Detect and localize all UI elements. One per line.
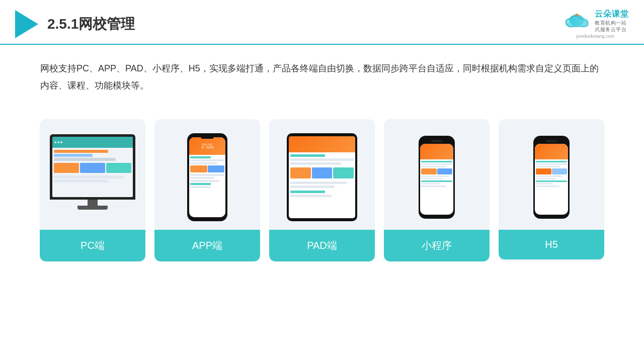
- card-pc: PC端: [40, 119, 145, 261]
- card-pc-image: [40, 119, 145, 230]
- card-pad-image: [269, 119, 375, 230]
- cloud-icon: [561, 13, 592, 29]
- card-miniapp: 小程序: [384, 119, 490, 261]
- card-miniapp-image: [384, 119, 490, 230]
- brand-url: yunduoketang.com: [576, 34, 614, 39]
- card-pad: PAD端: [269, 119, 375, 261]
- card-app-image: 职达人的第一堂网课: [154, 119, 260, 230]
- card-h5-label: H5: [499, 230, 604, 259]
- tablet-pad-icon: [287, 133, 357, 221]
- card-app: 职达人的第一堂网课: [154, 119, 260, 261]
- phone-app-icon: 职达人的第一堂网课: [187, 133, 227, 221]
- cards-section: PC端 职达人的第一堂网课: [0, 104, 644, 272]
- card-h5: H5: [499, 119, 604, 261]
- brand-text: 云朵课堂 教育机构一站 式服务云平台: [595, 9, 629, 33]
- brand-logo: 云朵课堂 教育机构一站 式服务云平台 yunduoketang.com: [561, 9, 629, 39]
- header-left: 2.5.1网校管理: [15, 10, 135, 38]
- card-h5-image: [499, 119, 604, 230]
- phone-h5-icon: [533, 136, 570, 219]
- phone-miniapp-icon: [419, 136, 455, 219]
- brand-icon: 云朵课堂 教育机构一站 式服务云平台: [561, 9, 629, 33]
- svg-rect-7: [566, 22, 588, 26]
- header: 2.5.1网校管理 云朵课堂 教育机构一站 式服务云平台: [0, 0, 644, 45]
- card-app-label: APP端: [154, 230, 260, 261]
- pc-monitor-icon: [49, 134, 137, 220]
- card-miniapp-label: 小程序: [384, 230, 490, 261]
- page-title: 2.5.1网校管理: [47, 15, 135, 34]
- logo-triangle-icon: [15, 10, 38, 38]
- card-pc-label: PC端: [40, 230, 145, 261]
- description-text: 网校支持PC、APP、PAD、小程序、H5，实现多端打通，产品各终端自由切换，数…: [0, 45, 644, 99]
- card-pad-label: PAD端: [269, 230, 375, 261]
